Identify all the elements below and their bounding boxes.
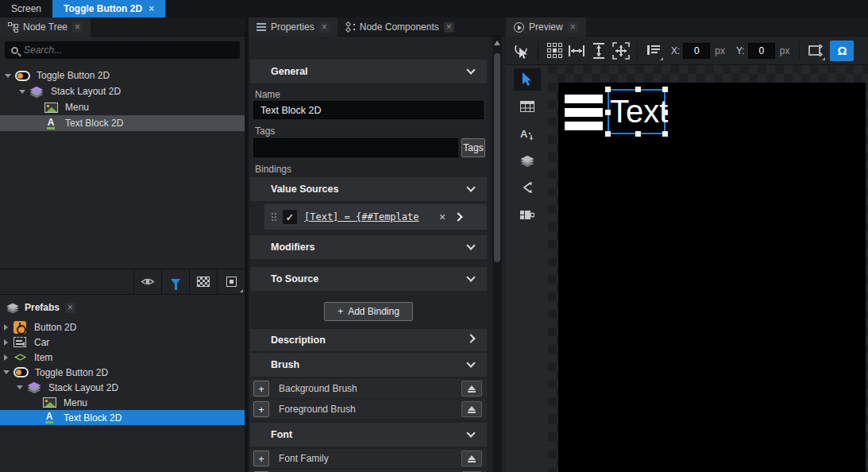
prefabs-tab[interactable]: Prefabs × [0,298,245,317]
tree-row-text-block-2d[interactable]: A Text Block 2D [0,115,245,131]
remove-binding-button[interactable]: × [439,211,446,223]
isolate-button[interactable] [217,269,245,294]
section-to-source[interactable]: To Source [250,267,487,291]
add-binding-button[interactable]: + Add Binding [324,302,413,321]
drag-handle-icon[interactable] [271,212,276,222]
binding-checkbox[interactable]: ✓ [283,210,297,224]
add-property-button[interactable]: + [253,451,269,466]
scrollbar-thumb[interactable] [494,53,500,262]
chevron-down-icon [466,183,475,192]
close-icon[interactable]: × [65,303,75,313]
expand-caret-icon[interactable] [19,90,25,94]
section-description[interactable]: Description [250,329,487,351]
add-property-button[interactable]: + [253,381,269,397]
expand-caret-icon[interactable] [4,354,8,361]
properties-scrollbar[interactable] [492,37,502,472]
section-title: General [271,66,308,77]
prefab-row-stack-layout-2d[interactable]: Stack Layout 2D [0,380,245,395]
section-value-sources[interactable]: Value Sources [250,177,487,201]
resize-handle[interactable] [662,110,668,115]
selection-box[interactable]: Text [608,89,665,134]
preview-canvas[interactable]: Text [548,65,868,472]
text-block-node[interactable]: Text [610,89,668,134]
add-property-button[interactable]: + [253,401,269,417]
visibility-button[interactable] [133,269,161,294]
fit-height-button[interactable] [588,40,610,62]
prefab-row-menu[interactable]: Menu [0,395,245,410]
section-font[interactable]: Font [250,423,487,447]
tree-row-menu[interactable]: Menu [0,99,245,115]
checker-filter-button[interactable] [189,269,217,294]
prefab-row-button-2d[interactable]: Button 2D [0,319,245,335]
menu-image-node[interactable] [565,95,603,135]
text-tool-button[interactable]: A [514,122,541,145]
expand-caret-icon[interactable] [3,370,10,374]
filter-button[interactable] [161,269,189,294]
grid-layout-tool-button[interactable] [514,95,541,118]
tab-toggle-button-2d[interactable]: Toggle Button 2D × [52,0,165,17]
name-field[interactable] [253,101,484,119]
transform-mode-button[interactable] [804,40,827,62]
section-modifiers[interactable]: Modifiers [250,235,487,259]
expand-caret-icon[interactable] [4,339,8,346]
connections-tool-button[interactable] [514,176,541,199]
open-binding-button[interactable] [455,211,461,222]
close-icon[interactable]: × [319,22,330,33]
push-to-prefab-button[interactable] [461,381,482,397]
chevron-down-icon [466,428,475,437]
binding-expression[interactable]: [Text] = {##Template [304,211,438,222]
fit-width-button[interactable] [565,40,588,62]
select-tool-button[interactable] [514,68,541,91]
close-icon[interactable]: × [444,22,454,33]
resize-handle[interactable] [662,131,668,137]
tree-row-toggle-button-2d[interactable]: Toggle Button 2D [0,68,245,83]
close-icon[interactable]: × [72,22,83,33]
close-icon[interactable]: × [149,3,154,14]
prefab-row-car[interactable]: Car [0,335,245,350]
resize-handle[interactable] [605,110,611,115]
resize-handle[interactable] [605,131,611,137]
search-input[interactable] [24,44,233,56]
layers-tool-button[interactable] [514,149,541,172]
y-coordinate-label: Y: [736,45,745,56]
node-tree-search[interactable] [5,41,240,59]
y-coordinate-input[interactable] [748,43,775,59]
camera-tool-button[interactable] [514,203,541,226]
push-to-prefab-button[interactable] [461,401,482,417]
prefab-row-item[interactable]: Item [0,350,245,365]
tab-node-tree[interactable]: Node Tree × [0,17,91,37]
resize-handle[interactable] [635,87,641,92]
tab-screen[interactable]: Screen [0,0,52,17]
section-brush[interactable]: Brush [250,353,487,377]
interact-tool-button[interactable] [511,40,533,62]
prefab-row-toggle-button-2d[interactable]: Toggle Button 2D [0,365,245,380]
push-to-prefab-button[interactable] [461,451,482,466]
chevron-down-icon [466,241,475,250]
expand-caret-icon[interactable] [4,324,8,331]
tags-button[interactable]: Tags [461,138,485,157]
tab-preview[interactable]: Preview × [506,17,586,37]
alignment-guides-button[interactable] [642,40,665,62]
close-icon[interactable]: × [568,22,578,33]
resize-handle[interactable] [605,87,611,92]
resize-handle[interactable] [662,87,668,92]
fit-screen-button[interactable] [610,40,632,62]
tags-field[interactable] [253,138,458,157]
preview-screen[interactable]: Text [558,83,866,472]
snap-toggle-button[interactable]: Ω [830,41,854,61]
eject-icon [468,455,476,460]
tab-properties[interactable]: Properties × [249,17,338,37]
section-general[interactable]: General [250,60,487,83]
expand-caret-icon[interactable] [5,74,11,78]
svg-text:A: A [520,128,528,140]
prefab-row-text-block-2d[interactable]: A Text Block 2D [0,410,245,425]
prefab-item-label: Item [34,352,52,363]
tree-row-stack-layout-2d[interactable]: Stack Layout 2D [0,83,245,99]
resize-handle[interactable] [635,131,641,137]
scroll-up-arrow-icon[interactable] [494,39,500,45]
x-coordinate-input[interactable] [683,43,710,59]
expand-caret-icon[interactable] [17,385,23,389]
tab-node-components[interactable]: Node Components × [338,17,462,37]
actual-size-button[interactable] [543,40,565,62]
binding-row[interactable]: ✓ [Text] = {##Template × [264,204,487,230]
